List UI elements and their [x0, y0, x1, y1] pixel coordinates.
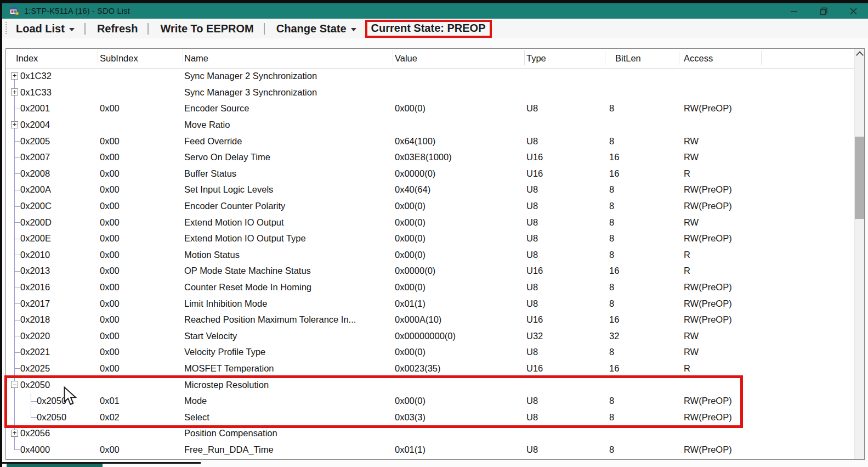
window-left-border: [0, 0, 2, 467]
table-row[interactable]: 0x2018 0x00 Reached Position Maximum Tol…: [6, 312, 854, 328]
column-header-index[interactable]: Index: [6, 49, 98, 68]
table-row[interactable]: 0x4000 0x00 Free_Run_DDA_Time 0x01(1) U8…: [6, 442, 854, 458]
sdo-list-table: Index SubIndex Name Value Type BitLen Ac…: [5, 48, 865, 460]
window-title: 1:STP-K511A (16) - SDO List: [24, 7, 130, 15]
background-window-fragment: [7, 464, 103, 467]
scrollbar-thumb[interactable]: [855, 137, 864, 219]
write-eeprom-label: Write To EEPROM: [160, 22, 253, 35]
table-row[interactable]: 0x2010 0x00 Motion Status 0x00(0) U8 8 R: [6, 247, 854, 263]
tree-child-line: [31, 409, 31, 417]
table-row[interactable]: 0x2007 0x00 Servo On Delay Time 0x03E8(1…: [6, 149, 854, 166]
refresh-button[interactable]: Refresh: [94, 21, 141, 36]
table-row[interactable]: + 0x1C33 Sync Manager 3 Synchronization: [6, 85, 854, 101]
tree-node-connector: [14, 173, 20, 174]
tree-node-connector: [14, 368, 20, 369]
column-header-bitlen[interactable]: BitLen: [605, 49, 679, 68]
tree-node-connector: [14, 190, 20, 190]
table-row[interactable]: 0x2013 0x00 OP Mode State Machine Status…: [6, 263, 854, 279]
tree-node-connector: [14, 320, 20, 320]
expand-collapse-icon[interactable]: +: [11, 430, 18, 437]
expand-collapse-icon[interactable]: −: [11, 381, 18, 388]
table-row[interactable]: + 0x2056 Position Compensation: [6, 425, 854, 442]
app-window: 1:STP-K511A (16) - SDO List Load: [0, 0, 868, 467]
tree-node-connector: [14, 271, 20, 272]
column-header-empty: [762, 49, 864, 68]
change-state-label: Change State: [276, 22, 347, 35]
tree-node-connector: [14, 157, 20, 158]
table-row[interactable]: 0x200E 0x00 Extend Motion IO Output Type…: [6, 230, 854, 247]
toolbar: Load List Refresh Write To EEPROM Change…: [2, 19, 868, 38]
load-list-button[interactable]: Load List: [13, 21, 78, 36]
caret-down-icon: [351, 28, 356, 31]
table-row[interactable]: 0x200A 0x00 Set Input Logic Levels 0x40(…: [6, 182, 854, 198]
expand-collapse-icon[interactable]: +: [11, 121, 18, 128]
tree-node-connector: [31, 417, 37, 418]
tree-node-connector: [31, 401, 37, 402]
toolbar-grip-handle[interactable]: [5, 22, 7, 35]
table-row[interactable]: 0x2017 0x00 Limit Inhibition Mode 0x01(1…: [6, 295, 854, 312]
expand-collapse-icon[interactable]: +: [11, 88, 18, 95]
scrollbar-up-button[interactable]: [855, 49, 864, 59]
table-row[interactable]: 0x2050 0x01 Mode 0x00(0) U8 8 RW(PreOP): [6, 393, 854, 409]
restore-button[interactable]: [809, 3, 838, 19]
table-row[interactable]: 0x2016 0x00 Counter Reset Mode In Homing…: [6, 279, 854, 296]
toolbar-separator: [147, 23, 149, 35]
tree-node-connector: [14, 206, 20, 207]
close-button[interactable]: [838, 3, 868, 19]
table-row[interactable]: 0x2050 0x02 Select 0x03(3) U8 8 RW(PreOP…: [6, 409, 854, 425]
column-header-value[interactable]: Value: [393, 49, 525, 68]
table-row[interactable]: 0x2020 0x00 Start Velocity 0x00000000(0)…: [6, 328, 854, 345]
column-header-access[interactable]: Access: [679, 49, 762, 68]
load-list-label: Load List: [16, 22, 65, 35]
table-row[interactable]: 0x2005 0x00 Feed Override 0x64(100) U8 8…: [6, 133, 854, 149]
minimize-button[interactable]: [779, 3, 809, 19]
table-header: Index SubIndex Name Value Type BitLen Ac…: [6, 49, 864, 69]
vertical-scrollbar[interactable]: [854, 49, 864, 459]
table-row[interactable]: 0x2008 0x00 Buffer Status 0x0000(0) U16 …: [6, 166, 854, 182]
window-controls: [779, 3, 868, 19]
tree-node-connector: [14, 352, 20, 353]
tree-node-connector: [14, 288, 20, 288]
tree-node-connector: [14, 449, 20, 450]
column-header-name[interactable]: Name: [183, 49, 393, 68]
toolbar-separator: [84, 23, 86, 35]
table-row[interactable]: + 0x1C32 Sync Manager 2 Synchronization: [6, 68, 854, 85]
column-header-subindex[interactable]: SubIndex: [98, 49, 183, 68]
table-row[interactable]: 0x200D 0x00 Extend Motion IO Output 0x00…: [6, 214, 854, 230]
table-row[interactable]: − 0x2050 Microstep Resolution: [6, 376, 854, 393]
change-state-button[interactable]: Change State: [273, 21, 360, 36]
table-row[interactable]: 0x2025 0x00 MOSFET Temperation 0x0023(35…: [6, 361, 854, 377]
tree-node-connector: [14, 222, 20, 223]
expand-collapse-icon[interactable]: +: [11, 72, 18, 80]
table-row[interactable]: + 0x2004 Move Ratio: [6, 117, 854, 133]
tree-node-connector: [14, 255, 20, 255]
table-row[interactable]: 0x2021 0x00 Velocity Profile Type 0x00(0…: [6, 344, 854, 361]
toolbar-separator: [264, 23, 265, 35]
tree-node-connector: [14, 336, 20, 336]
current-state-label: Current State: PREOP: [371, 22, 486, 34]
current-state-highlight-box: Current State: PREOP: [365, 20, 492, 38]
tree-node-connector: [14, 141, 20, 142]
refresh-label: Refresh: [97, 22, 138, 35]
app-icon: [10, 7, 19, 15]
table-row[interactable]: 0x200C 0x00 Encoder Counter Polarity 0x0…: [6, 198, 854, 215]
chevron-up-icon: [855, 51, 863, 59]
table-body: + 0x1C32 Sync Manager 2 Synchronization …: [6, 68, 854, 459]
table-row[interactable]: 0x2001 0x00 Encoder Source 0x00(0) U8 8 …: [6, 100, 854, 117]
tree-node-connector: [14, 109, 20, 109]
tree-node-connector: [14, 303, 20, 304]
column-header-type[interactable]: Type: [525, 49, 605, 68]
caret-down-icon: [69, 28, 75, 31]
tree-node-connector: [14, 239, 20, 239]
title-bar: 1:STP-K511A (16) - SDO List: [2, 3, 868, 19]
write-eeprom-button[interactable]: Write To EEPROM: [157, 21, 257, 36]
